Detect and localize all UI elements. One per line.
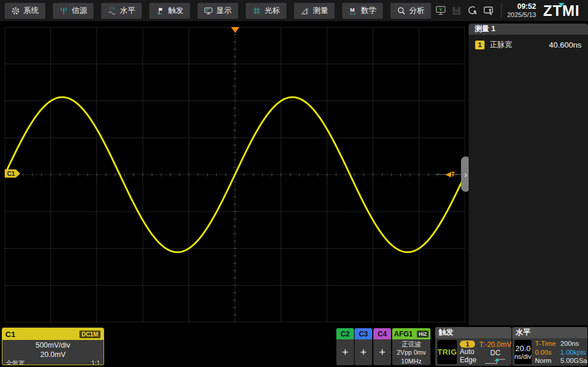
trigger-type[interactable]: Edge [460,356,476,364]
menu-trigger[interactable]: 触发 [149,3,190,19]
menu-system[interactable]: 系统 [5,3,45,19]
measure-icon [300,6,309,15]
afg-impedance-badge: HiZ [417,331,429,338]
menu-analyze[interactable]: 分析 [390,3,431,19]
timebase-unit: ns/div [514,353,532,360]
menu-source[interactable]: 信源 [53,3,93,19]
horizontal-icon [108,6,116,15]
main-menu: 系统 信源 水平 触发 显示 [5,3,431,19]
measurement-source-badge: 1 [475,41,485,49]
menu-display[interactable]: 显示 [198,3,238,19]
menu-label: 信源 [72,5,87,16]
oscilloscope-app: 系统 信源 水平 触发 显示 [0,0,588,367]
trigger-position-marker-icon[interactable] [231,27,239,33]
measurement-panel: 测量 1 1 正脉宽 40.600ns [469,24,588,325]
storage-icon [452,6,462,16]
afg-box[interactable]: AFG1 HiZ 正弦波 2Vpp 0mv 10MHz [392,328,430,365]
menu-label: 水平 [120,5,135,16]
afg-header: AFG1 HiZ [392,328,430,339]
channel3-add-icon[interactable]: + [355,339,372,365]
t-time-label: T-Time [535,340,556,347]
channel1-extra: 全带宽 1:1 [2,359,103,365]
channel1-probe: 1:1 [91,359,100,365]
trigger-flag-icon [156,6,165,15]
timebase-value: 20.0 [515,344,530,353]
trigger-level-marker[interactable]: ◀T [446,170,455,178]
acquisition-mode[interactable]: Norm [535,357,556,364]
network-display-icon [435,5,446,16]
hand-touch-icon[interactable] [483,5,495,16]
channel3-name: C3 [355,328,372,339]
horizontal-section-title: 水平 [512,327,587,338]
channel2-box[interactable]: C2 + [336,328,354,365]
status-icons [435,5,495,16]
record-length: 1.00kpts [560,349,587,356]
timebase-box[interactable]: 20.0 ns/div [514,340,532,364]
menu-label: 测量 [313,5,328,16]
horizontal-settings: T-Time 200ns 0.00s 1.00kpts Norm 5.00GSa… [535,340,587,364]
brand-logo: ZTMI [543,2,580,19]
channel2-add-icon[interactable]: + [336,339,354,365]
channel2-name: C2 [336,328,354,339]
afg-frequency: 10MHz [392,357,430,365]
afg-name: AFG1 [394,330,413,338]
afg-amplitude: 2Vpp 0mv [392,348,430,356]
channel1-offset: 20.0mV [2,351,103,360]
channel4-box[interactable]: C4 + [373,328,391,365]
channel3-box[interactable]: C3 + [355,328,372,365]
sample-rate: 5.00GSa/s [560,357,587,364]
channel4-add-icon[interactable]: + [373,339,391,365]
touch-gesture-icon[interactable] [467,5,478,16]
menu-math[interactable]: M+-× 数学 [342,3,383,19]
clock: 09:52 2025/5/13 [507,2,536,18]
t-time-value: 200ns [560,340,587,347]
trigger-level-value[interactable]: T:-20.0mV [479,341,512,349]
rising-edge-icon [484,357,506,366]
display-icon [204,6,213,15]
channel1-header: C1 DC1M [2,328,103,340]
horizontal-section-body: 20.0 ns/div T-Time 200ns 0.00s 1.00kpts … [512,338,587,366]
menu-label: 触发 [168,5,183,16]
trigger-settings-col1: 1 Auto Edge [460,340,476,364]
topbar-divider [501,4,502,18]
horizontal-offset[interactable]: 0.00s [535,349,556,356]
topbar: 系统 信源 水平 触发 显示 [0,0,588,21]
trig-button[interactable]: TRIG [437,340,457,364]
trigger-mode[interactable]: Auto [460,348,476,356]
horizontal-section: 水平 20.0 ns/div T-Time 200ns 0.00s 1.00kp… [512,327,587,366]
measurement-row[interactable]: 1 正脉宽 40.600ns [469,35,588,55]
gear-icon [11,6,20,15]
menu-measure[interactable]: 测量 [294,3,335,19]
time-display: 09:52 [507,2,536,11]
trigger-section: 触发 TRIG 1 Auto Edge T:-20.0mV DC [435,327,512,366]
measurement-label: 正脉宽 [490,40,512,50]
magnifier-icon [397,6,406,15]
signal-source-icon [59,6,68,15]
brand-logo-triangle-icon [559,3,564,7]
menu-label: 分析 [409,5,425,16]
measurement-panel-title: 测量 1 [469,24,588,35]
trigger-settings-col2: T:-20.0mV DC [479,340,512,364]
channel1-box[interactable]: C1 DC1M 500mV/div 20.0mV 全带宽 1:1 [2,328,104,365]
menu-horizontal[interactable]: 水平 [101,3,142,19]
menu-cursor[interactable]: 光标 [246,3,286,19]
math-icon: M+-× [349,6,358,15]
trigger-section-body: TRIG 1 Auto Edge T:-20.0mV DC [435,338,512,366]
afg-waveform: 正弦波 [392,340,430,348]
measurement-value: 40.600ns [549,41,582,49]
trigger-source-badge[interactable]: 1 [460,341,475,348]
waveform-display[interactable] [5,27,465,322]
menu-label: 光标 [265,5,280,16]
channel1-scale: 500mV/div [2,341,103,351]
cursor-icon [252,6,261,15]
svg-text:+-×: +-× [350,11,356,15]
afg-settings: 正弦波 2Vpp 0mv 10MHz [392,339,430,365]
trigger-coupling[interactable]: DC [490,349,500,357]
date-display: 2025/5/13 [507,11,536,19]
channel1-bandwidth: 全带宽 [6,359,25,365]
trigger-section-title: 触发 [435,327,512,338]
channel4-name: C4 [373,328,391,339]
menu-label: 系统 [24,5,39,16]
channel1-name: C1 [5,330,15,339]
menu-label: 数学 [361,5,376,16]
